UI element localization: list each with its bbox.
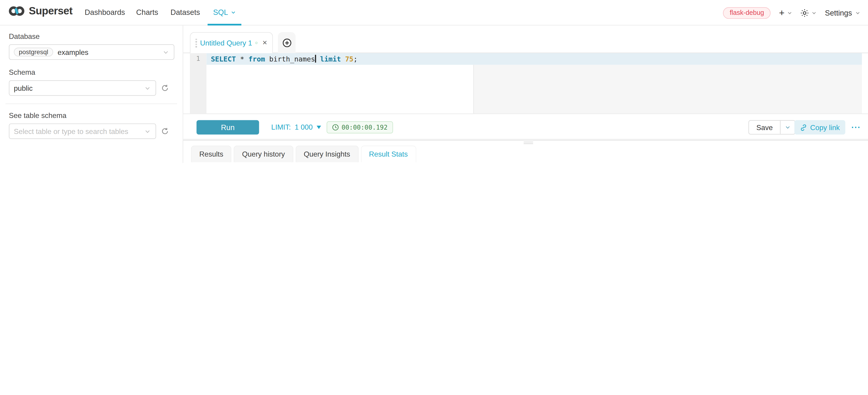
link-icon: [800, 124, 807, 131]
editor-gutter: 1: [190, 53, 207, 114]
plus-icon: +: [779, 8, 784, 18]
copy-link-button[interactable]: Copy link: [794, 120, 845, 134]
refresh-schema-icon[interactable]: [161, 84, 169, 92]
results-tab-results[interactable]: Results: [191, 146, 232, 162]
table-select-placeholder: Select table or type to search tables: [14, 127, 128, 135]
limit-label: LIMIT:: [271, 123, 291, 131]
superset-logo[interactable]: Superset: [8, 5, 72, 17]
print-margin-area: [473, 65, 862, 113]
sql-editor-panel: Untitled Query 1 ✕ 1 SELECT * from birth…: [183, 25, 868, 163]
sql-token: [316, 55, 320, 63]
refresh-tables-icon[interactable]: [161, 127, 169, 135]
run-button[interactable]: Run: [196, 120, 259, 134]
sql-token: limit: [320, 55, 341, 63]
nav-item-datasets[interactable]: Datasets: [170, 8, 200, 17]
save-split-button: Save: [749, 120, 796, 134]
chevron-down-icon: [785, 125, 790, 130]
top-nav: Superset Dashboards Charts Datasets SQL …: [0, 0, 868, 25]
limit-dropdown[interactable]: LIMIT: 1 000: [271, 123, 321, 131]
editor-toolbar: Run LIMIT: 1 000 00:00:00.192 Save: [183, 114, 868, 140]
chevron-down-icon: [855, 10, 860, 15]
limit-value: 1 000: [295, 123, 313, 131]
results-tab-result-stats[interactable]: Result Stats: [361, 146, 416, 162]
theme-menu[interactable]: [801, 9, 816, 17]
chevron-down-icon: [787, 10, 792, 15]
plus-circle-icon: [282, 38, 291, 47]
database-select[interactable]: postgresql examples: [9, 44, 175, 60]
results-tab-query-insights[interactable]: Query Insights: [296, 146, 359, 162]
sql-token: *: [236, 55, 248, 63]
sql-token: 75: [341, 55, 353, 63]
query-timer-badge: 00:00:00.192: [327, 121, 393, 133]
saved-check-icon: [255, 39, 258, 47]
schema-label: Schema: [9, 68, 174, 77]
sql-token: SELECT: [211, 55, 236, 63]
chevron-down-icon: [811, 10, 816, 15]
more-actions-button[interactable]: ...: [851, 120, 861, 130]
sql-lab-sidebar: Database postgresql examples Schema publ…: [0, 25, 183, 163]
clock-icon: [332, 124, 339, 131]
results-panel: ResultsQuery historyQuery InsightsResult…: [183, 142, 868, 163]
new-query-tab-button[interactable]: [278, 32, 296, 53]
settings-label: Settings: [825, 9, 852, 17]
sql-token: ;: [353, 55, 358, 63]
query-tab[interactable]: Untitled Query 1 ✕: [190, 32, 273, 53]
sql-lab-app: Superset Dashboards Charts Datasets SQL …: [0, 0, 868, 163]
sidebar-divider: [5, 103, 177, 104]
superset-infinity-icon: [8, 5, 25, 17]
nav-item-charts[interactable]: Charts: [136, 8, 158, 17]
sun-icon: [801, 9, 809, 17]
nav-item-sql-label: SQL: [213, 8, 228, 17]
query-tab-title: Untitled Query 1: [200, 39, 252, 47]
save-options-button[interactable]: [780, 121, 795, 134]
database-engine-tag: postgresql: [14, 48, 53, 57]
sql-token: birth_names: [265, 55, 315, 63]
sql-token: from: [248, 55, 265, 63]
drag-handle-icon[interactable]: [195, 38, 197, 47]
results-tab-bar: ResultsQuery historyQuery InsightsResult…: [191, 146, 868, 162]
line-number: 1: [196, 55, 200, 63]
close-tab-icon[interactable]: ✕: [262, 39, 268, 47]
schema-select[interactable]: public: [9, 80, 156, 96]
brand-name: Superset: [29, 5, 72, 17]
new-item-menu[interactable]: +: [779, 8, 792, 18]
copy-link-label: Copy link: [810, 123, 840, 131]
nav-item-sql[interactable]: SQL: [213, 8, 236, 17]
settings-menu[interactable]: Settings: [825, 9, 860, 17]
results-tab-query-history[interactable]: Query history: [234, 146, 293, 162]
sql-code-line: SELECT * from birth_names limit 75;: [211, 55, 358, 63]
elapsed-time: 00:00:00.192: [341, 123, 388, 131]
env-badge: flask-debug: [723, 7, 771, 19]
sql-code-editor[interactable]: 1 SELECT * from birth_names limit 75;: [190, 53, 862, 114]
database-label: Database: [9, 32, 174, 40]
table-select[interactable]: Select table or type to search tables: [9, 123, 156, 139]
schema-value: public: [14, 84, 33, 92]
active-nav-underline: [208, 24, 241, 25]
table-schema-label: See table schema: [9, 111, 174, 120]
caret-down-icon: [316, 125, 321, 129]
nav-item-dashboards[interactable]: Dashboards: [85, 8, 125, 17]
chevron-down-icon: [163, 49, 169, 55]
chevron-down-icon: [231, 10, 236, 15]
database-value: examples: [58, 48, 88, 56]
splitter-border: [183, 140, 868, 141]
save-button[interactable]: Save: [749, 121, 780, 134]
chevron-down-icon: [145, 128, 151, 134]
chevron-down-icon: [145, 85, 151, 91]
nav-right-controls: flask-debug + Settings: [723, 0, 860, 25]
